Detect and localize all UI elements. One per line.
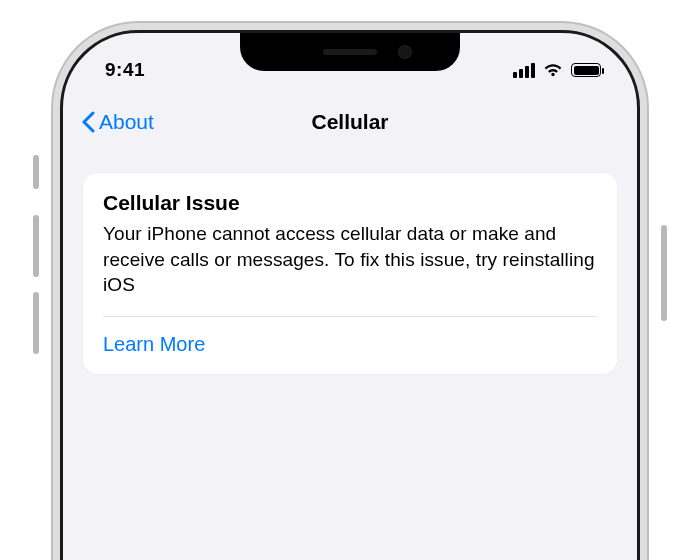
volume-down-button — [33, 292, 39, 354]
back-button-label: About — [99, 110, 154, 134]
wifi-icon — [543, 63, 563, 77]
chevron-left-icon — [81, 111, 95, 133]
navigation-bar: About Cellular — [63, 99, 637, 145]
card-title: Cellular Issue — [103, 191, 597, 215]
back-button[interactable]: About — [81, 99, 154, 145]
iphone-frame: 9:41 About Cellular — [60, 30, 640, 560]
cellular-signal-icon — [513, 63, 535, 78]
learn-more-link[interactable]: Learn More — [103, 317, 597, 374]
status-icons — [513, 63, 601, 78]
battery-icon — [571, 63, 601, 77]
content-area: Cellular Issue Your iPhone cannot access… — [83, 173, 617, 374]
status-bar: 9:41 — [63, 33, 637, 85]
power-button — [661, 225, 667, 321]
cellular-issue-card: Cellular Issue Your iPhone cannot access… — [83, 173, 617, 374]
status-time: 9:41 — [105, 59, 145, 81]
page-title: Cellular — [311, 110, 388, 134]
card-body: Your iPhone cannot access cellular data … — [103, 221, 597, 316]
volume-up-button — [33, 215, 39, 277]
volume-switch — [33, 155, 39, 189]
